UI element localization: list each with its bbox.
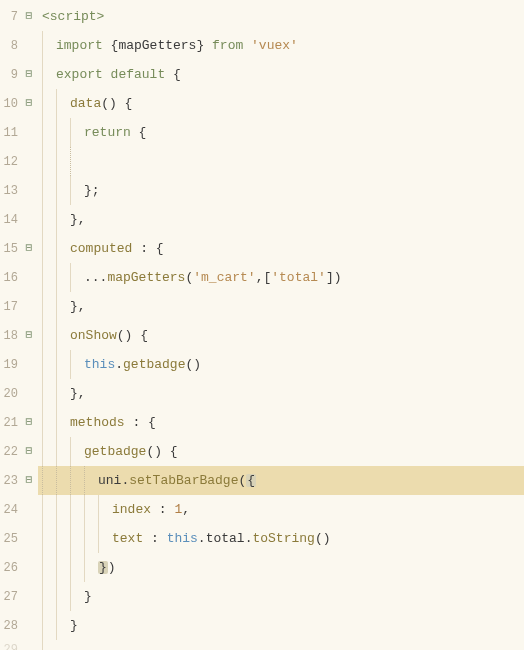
fold-toggle-icon[interactable]: ⊟ <box>22 11 36 22</box>
gutter: 7⊟8⊟9⊟10⊟11⊟12⊟13⊟14⊟15⊟16⊟17⊟18⊟19⊟20⊟2… <box>0 0 38 650</box>
token-tag: <script> <box>42 10 104 23</box>
token-kw: import <box>56 39 111 52</box>
token-punct: ( <box>185 271 193 284</box>
token-prop: computed <box>70 242 140 255</box>
line-number: 21 <box>0 417 22 429</box>
token-punct: () { <box>117 329 148 342</box>
fold-toggle-icon[interactable]: ⊟ <box>22 330 36 341</box>
gutter-row: 27⊟ <box>0 582 38 611</box>
indent-guide <box>42 263 43 292</box>
code-line[interactable]: <script> <box>38 2 524 31</box>
code-line[interactable]: }; <box>38 176 524 205</box>
code-line[interactable]: }, <box>38 292 524 321</box>
indent-guide <box>42 31 43 60</box>
gutter-row: 13⊟ <box>0 176 38 205</box>
indent-guide <box>70 495 71 524</box>
gutter-row: 12⊟ <box>0 147 38 176</box>
code-line[interactable]: export default { <box>38 60 524 89</box>
code-line[interactable]: }, <box>38 379 524 408</box>
gutter-row: 18⊟ <box>0 321 38 350</box>
fold-toggle-icon[interactable]: ⊟ <box>22 446 36 457</box>
code-line[interactable]: computed : { <box>38 234 524 263</box>
indent-guide <box>42 118 43 147</box>
fold-toggle-icon[interactable]: ⊟ <box>22 69 36 80</box>
token-punct: }; <box>84 184 100 197</box>
token-punct: } <box>70 619 78 632</box>
token-fn: setTabBarBadge <box>129 474 238 487</box>
indent-guide <box>56 408 57 437</box>
code-line[interactable]: index : 1, <box>38 495 524 524</box>
code-line[interactable]: this.getbadge() <box>38 350 524 379</box>
fold-toggle-icon[interactable]: ⊟ <box>22 243 36 254</box>
code-line[interactable]: return { <box>38 118 524 147</box>
indent-guide <box>56 292 57 321</box>
code-line[interactable]: methods : { <box>38 408 524 437</box>
code-line[interactable]: } <box>38 611 524 640</box>
line-number: 26 <box>0 562 22 574</box>
indent-guide <box>70 176 71 205</box>
code-line[interactable]: }, <box>38 205 524 234</box>
code-line[interactable]: text : this.total.toString() <box>38 524 524 553</box>
fold-toggle-icon[interactable]: ⊟ <box>22 98 36 109</box>
code-area[interactable]: <script>import {mapGetters} from 'vuex'e… <box>38 0 524 650</box>
token-fn: getbadge <box>123 358 185 371</box>
gutter-row: 16⊟ <box>0 263 38 292</box>
indent-guide <box>42 321 43 350</box>
line-number: 24 <box>0 504 22 516</box>
indent-guide <box>84 524 85 553</box>
token-fn: toString <box>252 532 314 545</box>
token-punct: ]) <box>326 271 342 284</box>
gutter-row: 21⊟ <box>0 408 38 437</box>
token-punct: : <box>151 532 167 545</box>
code-line[interactable]: uni.setTabBarBadge({ <box>38 466 524 495</box>
token-punct: () <box>185 358 201 371</box>
code-line[interactable]: }) <box>38 553 524 582</box>
indent-guide <box>42 437 43 466</box>
indent-guide <box>70 582 71 611</box>
token-str: 'total' <box>271 271 326 284</box>
token-fn: mapGetters <box>107 271 185 284</box>
line-number: 20 <box>0 388 22 400</box>
code-line[interactable]: ...mapGetters('m_cart',['total']) <box>38 263 524 292</box>
token-str: 'vuex' <box>251 39 298 52</box>
code-line[interactable]: import {mapGetters} from 'vuex' <box>38 31 524 60</box>
fold-toggle-icon[interactable]: ⊟ <box>22 475 36 486</box>
indent-guide <box>56 524 57 553</box>
gutter-row: 23⊟ <box>0 466 38 495</box>
indent-guide <box>42 466 43 495</box>
indent-guide <box>42 582 43 611</box>
code-line[interactable]: } <box>38 582 524 611</box>
line-number: 22 <box>0 446 22 458</box>
line-number: 14 <box>0 214 22 226</box>
indent-guide <box>56 321 57 350</box>
indent-guide <box>42 495 43 524</box>
code-line[interactable] <box>38 640 524 650</box>
code-line[interactable]: onShow() { <box>38 321 524 350</box>
gutter-row: 10⊟ <box>0 89 38 118</box>
indent-guide <box>98 524 99 553</box>
token-prop: methods <box>70 416 132 429</box>
indent-guide <box>70 524 71 553</box>
indent-guide <box>42 147 43 176</box>
code-line[interactable]: getbadge() { <box>38 437 524 466</box>
token-punct: () { <box>101 97 132 110</box>
token-kw: return <box>84 126 139 139</box>
indent-guide <box>56 350 57 379</box>
indent-guide <box>56 89 57 118</box>
code-line[interactable]: data() { <box>38 89 524 118</box>
indent-guide <box>56 263 57 292</box>
indent-guide <box>70 350 71 379</box>
code-line[interactable] <box>38 147 524 176</box>
token-punct: { <box>139 126 147 139</box>
indent-guide <box>56 147 57 176</box>
token-punct: () <box>315 532 331 545</box>
indent-guide <box>42 89 43 118</box>
gutter-row: 14⊟ <box>0 205 38 234</box>
line-number: 27 <box>0 591 22 603</box>
token-punct: : <box>159 503 175 516</box>
token-punct: { <box>246 474 256 487</box>
fold-toggle-icon[interactable]: ⊟ <box>22 417 36 428</box>
indent-guide <box>42 60 43 89</box>
token-punct: ( <box>238 474 246 487</box>
indent-guide <box>56 611 57 640</box>
